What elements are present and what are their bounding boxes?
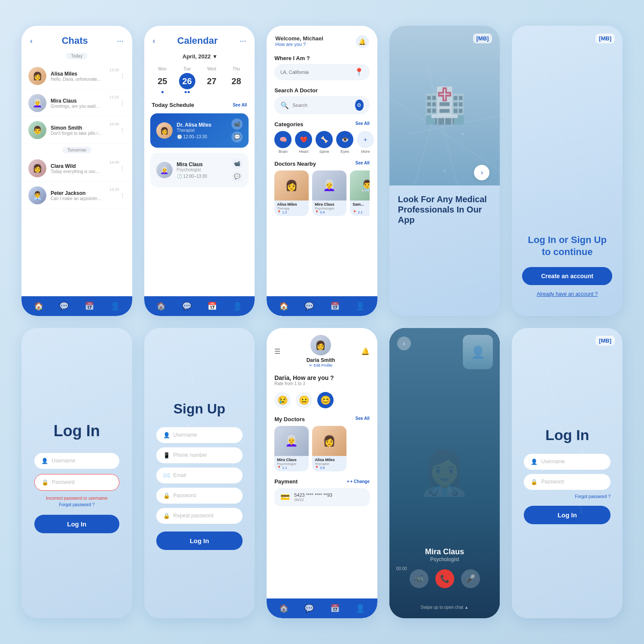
greeting-section: Daria, How are you ? Rate from 1 to 3 xyxy=(267,371,377,388)
chat-options[interactable]: ⋮ xyxy=(119,192,125,199)
category-spine[interactable]: 🦴 Spine xyxy=(316,131,333,154)
chat-list: 👩 Alisa Miles Hello, Daria, unfortunatel… xyxy=(21,63,132,296)
chat-options[interactable]: ⋮ xyxy=(119,73,125,79)
chat-item[interactable]: 👩 Clara Wild Today everything is unchang… xyxy=(21,155,132,182)
login2-button[interactable]: Log In xyxy=(524,506,611,524)
appointment-card-primary[interactable]: 👩 Dr. Alisa Miles Therapist 🕐 12:00–13:3… xyxy=(150,113,249,148)
nav-calendar-icon[interactable]: 📅 xyxy=(85,301,94,311)
email-field[interactable]: ✉️ Email xyxy=(156,468,243,483)
category-eyes[interactable]: 👁️ Eyes xyxy=(336,131,353,154)
nav-profile-icon[interactable]: 👤 xyxy=(233,301,242,311)
see-all-doctors[interactable]: See All xyxy=(355,161,370,167)
back-button[interactable]: ‹ xyxy=(397,337,411,350)
username-field[interactable]: 👤 Username xyxy=(524,454,611,470)
neutral-emoji-button[interactable]: 😐 xyxy=(296,392,312,408)
call-button[interactable]: 📹 xyxy=(231,158,243,169)
filter-icon[interactable]: ☰ xyxy=(274,347,280,355)
see-all-categories[interactable]: See All xyxy=(355,121,370,128)
edit-profile-button[interactable]: ✏ Edit Profile xyxy=(309,363,332,368)
login-button[interactable]: Log In xyxy=(156,532,243,550)
calendar-day[interactable]: Wed 27 xyxy=(202,67,222,93)
chat-name: Clara Wild xyxy=(51,163,115,169)
forgot-password-link[interactable]: Forgot password ? xyxy=(59,502,94,507)
appointment-card-secondary[interactable]: 👩‍🦳 Mira Claus Psychologist 🕐 12:00–13:3… xyxy=(150,153,249,187)
forgot-password-link[interactable]: Forgot password ? xyxy=(524,494,611,499)
calendar-day[interactable]: Thu 28 xyxy=(226,67,246,93)
nav-home-icon[interactable]: 🏠 xyxy=(279,604,289,613)
see-all-doctors[interactable]: See All xyxy=(355,416,370,422)
notification-button[interactable]: 🔔 xyxy=(356,35,369,48)
chats-screen: ‹ Chats ··· Today 👩 Alisa Miles Hello, D… xyxy=(21,26,132,316)
category-heart[interactable]: ❤️ Heart xyxy=(295,131,312,154)
nav-chat-icon[interactable]: 💬 xyxy=(182,301,191,311)
error-message: Incorrect password or username xyxy=(46,496,107,501)
message-button[interactable]: 💬 xyxy=(231,171,243,182)
nav-home-icon[interactable]: 🏠 xyxy=(34,301,43,311)
camera-button[interactable]: 📹 xyxy=(410,569,428,588)
nav-chat-icon[interactable]: 💬 xyxy=(304,301,314,311)
doctor-card[interactable]: 👩 Alisa Miles Therapist 📍 0.8 xyxy=(312,426,346,471)
password-field[interactable]: 🔒 Password xyxy=(34,474,119,491)
nearby-doctor-card[interactable]: 👩 Alisa Miles Therapy 📍 1.2 xyxy=(274,170,309,216)
password-field[interactable]: 🔒 Password xyxy=(524,474,611,490)
chat-options[interactable]: ⋮ xyxy=(119,165,125,172)
category-brain[interactable]: 🧠 Brain xyxy=(274,131,292,154)
sad-emoji-button[interactable]: 😢 xyxy=(274,392,291,408)
month-selector[interactable]: April, 2022 ▾ xyxy=(144,50,255,63)
create-account-button[interactable]: Create an account xyxy=(522,267,612,285)
username-field[interactable]: 👤 Username xyxy=(156,427,243,443)
nav-calendar-icon[interactable]: 📅 xyxy=(330,301,340,311)
filter-button[interactable]: ⚙ xyxy=(355,100,364,111)
doctor-image: 👩‍🦳 xyxy=(312,170,346,200)
calendar-day-active[interactable]: Tue 26 xyxy=(177,67,197,93)
more-options-button[interactable]: ··· xyxy=(117,36,124,46)
location-bar[interactable]: LA, California 📍 xyxy=(274,64,370,80)
call-button[interactable]: 📹 xyxy=(231,118,243,130)
see-all-button[interactable]: See All xyxy=(233,103,247,107)
swipe-hint: Swipe up to open chat ▲ xyxy=(389,605,500,610)
nav-profile-icon[interactable]: 👤 xyxy=(355,301,365,311)
nav-home-icon[interactable]: 🏠 xyxy=(279,301,289,311)
chat-item[interactable]: 👩 Alisa Miles Hello, Daria, unfortunatel… xyxy=(21,63,132,90)
nearby-doctor-card[interactable]: 👩‍🦳 Mira Claus Psychologist 📍 0.9 xyxy=(312,170,346,216)
more-options-button[interactable]: ··· xyxy=(240,36,246,46)
search-input[interactable] xyxy=(292,103,352,108)
change-payment-button[interactable]: ++ Change xyxy=(347,479,370,484)
end-call-button[interactable]: 📞 xyxy=(435,569,454,588)
password-field[interactable]: 🔒 Password xyxy=(156,488,243,504)
username-field[interactable]: 👤 Username xyxy=(34,453,119,469)
chat-item[interactable]: 👨‍💼 Peter Jackson Can I make an appointm… xyxy=(21,182,132,209)
caller-name: Mira Claus xyxy=(389,547,500,556)
nav-calendar-icon[interactable]: 📅 xyxy=(207,301,217,311)
chat-time: 13:24 xyxy=(109,187,119,191)
chat-item[interactable]: 👨 Simon Smith Don't forget to take pills… xyxy=(21,117,132,144)
user-icon: 👤 xyxy=(163,432,170,438)
login-button[interactable]: Log In xyxy=(34,515,119,533)
notification-icon[interactable]: 🔔 xyxy=(361,347,370,355)
chat-item[interactable]: 👩‍🦳 Mira Claus Greetings, are you waitin… xyxy=(21,90,132,117)
have-account-link[interactable]: Already have an account ? xyxy=(522,291,612,297)
signin-title: Log In or Sign Up to continue xyxy=(522,234,612,258)
login2-content: Log In 👤 Username 🔒 Password Forgot pass… xyxy=(512,328,623,618)
chat-options[interactable]: ⋮ xyxy=(119,127,125,134)
nav-chat-icon[interactable]: 💬 xyxy=(59,301,69,311)
calendar-day[interactable]: Mon 25 xyxy=(152,67,172,93)
my-doctors-section: My Doctors See All 👩‍🦳 Mira Claus Psycho… xyxy=(267,413,377,475)
doctor-role: Psychologist xyxy=(177,167,228,172)
doctor-card[interactable]: 👩‍🦳 Mira Claus Psychologist 📍 1.1 xyxy=(274,426,309,471)
nav-profile-icon[interactable]: 👤 xyxy=(355,604,365,613)
category-more[interactable]: + More xyxy=(357,131,374,154)
payment-card[interactable]: 💳 5423 **** **** **93 06/22 xyxy=(274,488,370,506)
message-button[interactable]: 💬 xyxy=(231,131,243,143)
chat-options[interactable]: ⋮ xyxy=(119,100,125,106)
nearby-doctor-card[interactable]: 👨‍⚕️ Sam... ... 📍 2.1 xyxy=(350,170,370,216)
happy-emoji-button[interactable]: 😊 xyxy=(317,392,334,408)
phone-field[interactable]: 📱 Phone number xyxy=(156,447,243,463)
mute-button[interactable]: 🎤 xyxy=(461,569,480,588)
home-screen: Welcome, Michael How are you ? 🔔 Where I… xyxy=(267,26,377,316)
nav-home-icon[interactable]: 🏠 xyxy=(156,301,166,311)
repeat-password-field[interactable]: 🔒 Repeat password xyxy=(156,508,243,524)
nav-profile-icon[interactable]: 👤 xyxy=(110,301,120,311)
nav-calendar-icon[interactable]: 📅 xyxy=(330,604,340,613)
nav-chat-icon[interactable]: 💬 xyxy=(304,604,314,613)
